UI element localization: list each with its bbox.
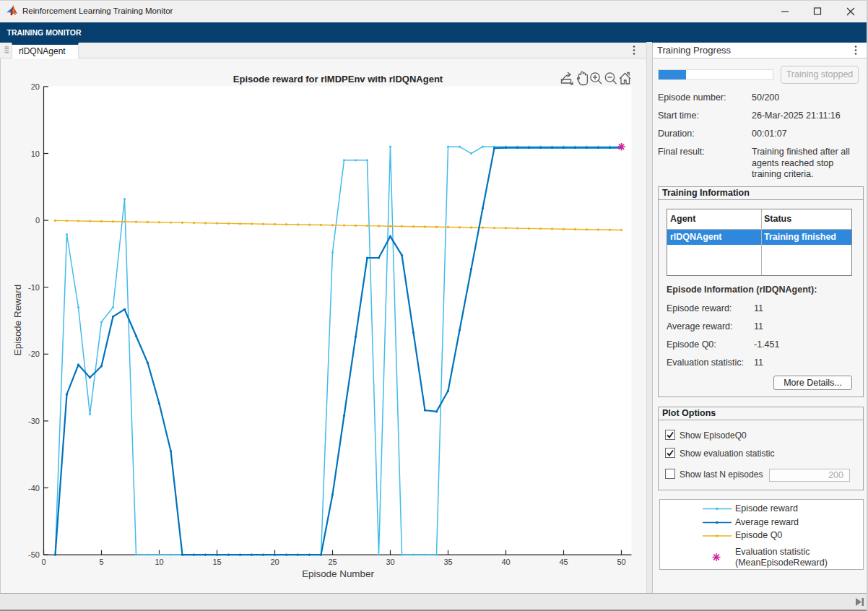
svg-text:-10: -10 [28,283,40,292]
svg-text:Episode reward for rlMDPEnv wi: Episode reward for rlMDPEnv with rlDQNAg… [233,74,443,84]
svg-text:10: 10 [31,150,40,158]
svg-text:Episode Number: Episode Number [302,568,374,579]
svg-text:Episode Reward: Episode Reward [12,285,23,355]
svg-text:-50: -50 [28,550,40,559]
svg-text:20: 20 [270,558,279,566]
svg-text:0: 0 [41,558,45,566]
svg-text:45: 45 [559,558,568,566]
svg-text:0: 0 [35,216,40,225]
svg-text:20: 20 [31,82,40,91]
svg-text:-30: -30 [28,417,40,425]
svg-text:-20: -20 [28,350,40,358]
svg-text:50: 50 [617,558,625,566]
svg-text:5: 5 [99,558,103,566]
svg-text:35: 35 [443,558,452,566]
svg-text:-40: -40 [28,484,40,493]
svg-text:30: 30 [386,558,394,566]
svg-text:25: 25 [328,558,337,566]
svg-text:10: 10 [155,558,163,566]
svg-text:15: 15 [212,558,221,566]
svg-text:40: 40 [501,558,510,566]
